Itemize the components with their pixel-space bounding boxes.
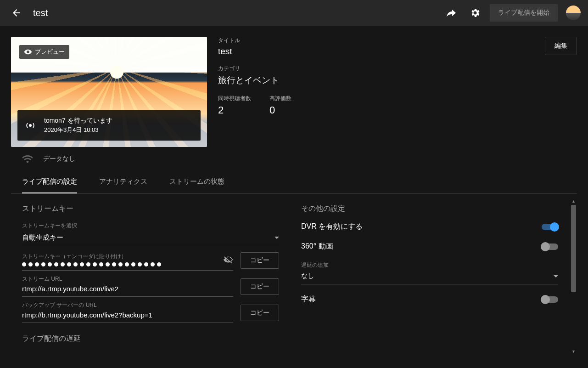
tabs: ライブ配信の設定 アナリティクス ストリームの状態	[11, 171, 577, 194]
stream-key-select[interactable]: 自動生成キー	[22, 232, 279, 246]
stream-key-heading: ストリームキー	[22, 204, 279, 214]
visibility-off-icon[interactable]	[223, 255, 233, 265]
copy-backup-button[interactable]: コピー	[241, 305, 279, 321]
chevron-down-icon	[274, 237, 279, 239]
other-settings-heading: その他の設定	[301, 204, 558, 214]
back-arrow-icon[interactable]	[11, 7, 22, 18]
tab-stream-health[interactable]: ストリームの状態	[169, 171, 224, 193]
scroll-down-icon[interactable]: ▾	[571, 349, 576, 354]
tab-analytics[interactable]: アナリティクス	[99, 171, 147, 193]
scrollbar[interactable]: ▴ ▾	[570, 198, 577, 354]
likes-value: 0	[269, 104, 291, 116]
edit-button[interactable]: 編集	[545, 37, 577, 55]
page-title: test	[33, 8, 48, 18]
stream-key-value	[22, 262, 219, 266]
latency-heading: ライブ配信の遅延	[22, 334, 279, 344]
waiting-overlay: tomon7 を待っています 2020年3月4日 10:03	[17, 110, 201, 141]
header: test ライブ配信を開始	[0, 0, 588, 26]
scroll-up-icon[interactable]: ▴	[571, 198, 576, 204]
stream-key-select-label: ストリームキーを選択	[22, 222, 279, 230]
connection-status: データなし	[11, 153, 577, 164]
likes-label: 高評価数	[269, 95, 291, 102]
tab-stream-settings[interactable]: ライブ配信の設定	[22, 171, 77, 193]
stream-key-label: ストリームキー（エンコーダに貼り付け）	[22, 253, 219, 260]
video-preview: プレビュー tomon7 を待っています 2020年3月4日 10:03	[11, 37, 207, 147]
stream-url-value: rtmp://a.rtmp.youtube.com/live2	[22, 285, 233, 293]
delay-label: 遅延の追加	[301, 261, 558, 269]
360-label: 360° 動画	[301, 242, 333, 251]
gear-icon[interactable]	[470, 7, 481, 18]
dvr-toggle[interactable]	[542, 224, 558, 230]
subtitles-toggle[interactable]	[542, 296, 558, 303]
status-text: データなし	[43, 155, 75, 163]
other-settings-column: その他の設定 DVR を有効にする 360° 動画 遅延の追加 なし 字幕	[301, 204, 558, 358]
delay-select[interactable]: なし	[301, 270, 558, 284]
wifi-icon	[22, 153, 33, 164]
360-toggle[interactable]	[542, 243, 558, 250]
avatar[interactable]	[566, 6, 581, 20]
backup-url-value: rtmp://b.rtmp.youtube.com/live2?backup=1	[22, 311, 233, 319]
category-value: 旅行とイベント	[218, 74, 545, 86]
title-value: test	[218, 46, 545, 57]
stream-url-label: ストリーム URL	[22, 275, 233, 283]
copy-key-button[interactable]: コピー	[241, 252, 279, 269]
viewers-label: 同時視聴者数	[218, 95, 251, 102]
preview-badge: プレビュー	[19, 45, 69, 59]
signal-icon	[25, 120, 36, 131]
start-stream-button[interactable]: ライブ配信を開始	[490, 4, 558, 22]
copy-url-button[interactable]: コピー	[241, 278, 279, 295]
subtitles-label: 字幕	[301, 294, 316, 304]
stream-key-column: ストリームキー ストリームキーを選択 自動生成キー ストリームキー（エンコーダに…	[22, 204, 279, 358]
chevron-down-icon	[554, 275, 558, 277]
svg-point-0	[29, 124, 32, 127]
viewers-value: 2	[218, 104, 251, 116]
dvr-label: DVR を有効にする	[301, 222, 363, 232]
stream-key-select-value: 自動生成キー	[22, 233, 63, 242]
eye-icon	[24, 48, 32, 56]
title-label: タイトル	[218, 37, 545, 45]
scroll-thumb[interactable]	[571, 205, 576, 292]
delay-value: なし	[301, 272, 314, 280]
category-label: カテゴリ	[218, 65, 545, 73]
waiting-time: 2020年3月4日 10:03	[44, 126, 112, 134]
backup-url-label: バックアップ サーバーの URL	[22, 301, 233, 309]
waiting-text: tomon7 を待っています	[44, 117, 112, 125]
preview-badge-label: プレビュー	[35, 48, 65, 56]
share-icon[interactable]	[446, 7, 457, 18]
